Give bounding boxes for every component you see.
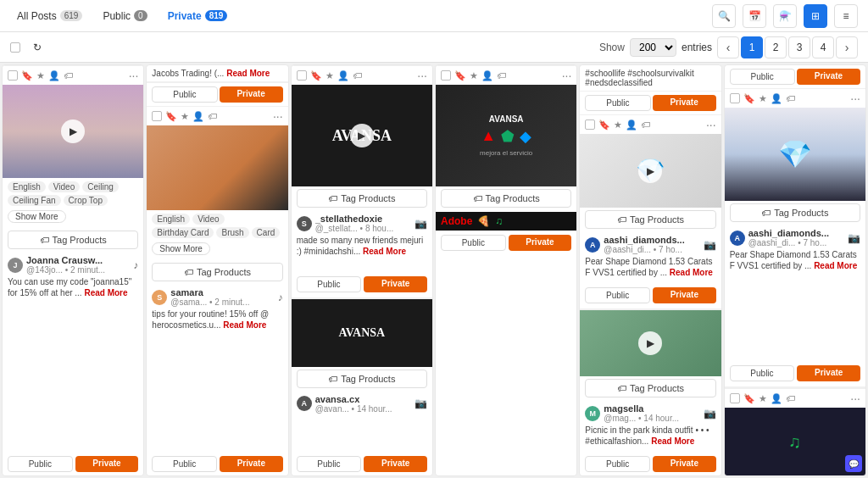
public-btn[interactable]: Public	[8, 456, 73, 472]
refresh-btn[interactable]: ↻	[25, 36, 49, 59]
tab-private[interactable]: Private 819	[161, 8, 235, 25]
search-icon-btn[interactable]: 🔍	[712, 4, 736, 28]
public-btn[interactable]: Public	[297, 276, 362, 292]
more-options-icon[interactable]: ···	[273, 109, 283, 123]
private-btn[interactable]: Private	[653, 456, 716, 472]
public-btn[interactable]: Public	[730, 365, 795, 381]
tag-products-btn[interactable]: 🏷 Tag Products	[152, 263, 282, 281]
star-icon[interactable]: ★	[759, 393, 767, 404]
play-button[interactable]: ▶	[350, 124, 374, 147]
tag-icon[interactable]: 🏷	[208, 111, 217, 121]
bookmark-icon[interactable]: 🔖	[454, 70, 466, 81]
play-button[interactable]: ▶	[638, 331, 662, 355]
star-icon[interactable]: ★	[326, 70, 334, 81]
card-4-checkbox[interactable]	[441, 70, 451, 81]
tag-products-btn[interactable]: 🏷 Tag Products	[585, 210, 715, 229]
person-icon[interactable]: 👤	[192, 111, 204, 122]
read-more-above[interactable]: Read More	[226, 69, 270, 78]
card-3-checkbox[interactable]	[297, 70, 307, 81]
public-btn[interactable]: Public	[585, 456, 650, 472]
person-icon[interactable]: 👤	[337, 70, 349, 81]
private-btn-top[interactable]: Private	[653, 95, 716, 111]
play-button[interactable]: ▶	[61, 119, 85, 143]
card-2-checkbox[interactable]	[152, 111, 162, 121]
tab-public[interactable]: Public 0	[96, 8, 153, 25]
read-more-link[interactable]: Read More	[84, 288, 127, 297]
tag-icon[interactable]: 🏷	[786, 93, 795, 103]
bookmark-icon[interactable]: 🔖	[21, 70, 33, 81]
more-options-icon[interactable]: ···	[417, 69, 427, 82]
public-btn-top[interactable]: Public	[585, 95, 650, 111]
person-icon[interactable]: 👤	[48, 70, 60, 81]
more-options-icon[interactable]: ···	[850, 392, 860, 405]
public-btn[interactable]: Public	[152, 456, 217, 472]
tag-icon[interactable]: 🏷	[497, 70, 506, 81]
private-btn[interactable]: Private	[364, 456, 427, 472]
list-view-btn[interactable]: ≡	[834, 4, 858, 28]
private-header-btn[interactable]: Private	[797, 69, 860, 85]
private-btn[interactable]: Private	[75, 456, 139, 472]
play-button[interactable]: ▶	[638, 159, 662, 183]
bookmark-icon[interactable]: 🔖	[743, 393, 755, 404]
card-6-checkbox[interactable]	[730, 93, 740, 103]
person-icon[interactable]: 👤	[626, 119, 637, 131]
private-btn[interactable]: Private	[653, 287, 716, 303]
public-btn[interactable]: Public	[585, 287, 650, 303]
page-2-btn[interactable]: 2	[765, 36, 787, 58]
private-btn[interactable]: Private	[220, 456, 283, 472]
private-btn[interactable]: Private	[364, 276, 427, 292]
prev-page-btn[interactable]: ‹	[717, 36, 739, 58]
next-page-btn[interactable]: ›	[836, 36, 858, 58]
page-3-btn[interactable]: 3	[788, 36, 810, 58]
read-more-link[interactable]: Read More	[814, 261, 857, 270]
private-btn[interactable]: Private	[797, 365, 860, 381]
bookmark-icon[interactable]: 🔖	[598, 119, 610, 131]
card-5-checkbox[interactable]	[585, 119, 595, 130]
read-more-link[interactable]: Read More	[651, 436, 694, 446]
star-icon[interactable]: ★	[614, 119, 622, 131]
tab-all-posts[interactable]: All Posts 619	[10, 8, 89, 25]
tag-icon[interactable]: 🏷	[641, 119, 650, 130]
more-options-icon[interactable]: ···	[706, 118, 716, 131]
person-icon[interactable]: 👤	[481, 70, 493, 81]
tag-icon[interactable]: 🏷	[353, 70, 362, 81]
calendar-icon-btn[interactable]: 📅	[743, 4, 766, 28]
more-options-icon[interactable]: ···	[850, 92, 860, 105]
public-btn[interactable]: Public	[297, 456, 362, 472]
private-btn-top[interactable]: Private	[220, 86, 283, 103]
star-icon[interactable]: ★	[759, 93, 767, 104]
more-options-icon[interactable]: ···	[129, 69, 139, 82]
show-more-btn[interactable]: Show More	[8, 210, 66, 223]
public-btn-top[interactable]: Public	[152, 86, 217, 103]
filter-icon-btn[interactable]: ⚗️	[773, 4, 797, 28]
select-all-checkbox[interactable]	[10, 42, 20, 53]
bookmark-icon[interactable]: 🔖	[310, 70, 322, 81]
tag-products-btn[interactable]: 🏷 Tag Products	[8, 231, 138, 249]
more-options-icon[interactable]: ···	[562, 69, 572, 82]
star-icon[interactable]: ★	[181, 111, 189, 122]
star-icon[interactable]: ★	[36, 70, 45, 81]
person-icon[interactable]: 👤	[771, 93, 782, 104]
tag-icon[interactable]: 🏷	[786, 393, 795, 403]
public-header-btn[interactable]: Public	[730, 69, 795, 85]
tag-products-btn-b[interactable]: 🏷 Tag Products	[585, 379, 715, 397]
read-more-link[interactable]: Read More	[223, 320, 266, 330]
person-icon[interactable]: 👤	[771, 393, 782, 404]
tag-icon[interactable]: 🏷	[64, 70, 73, 81]
bookmark-icon[interactable]: 🔖	[165, 111, 177, 122]
card-6b-checkbox[interactable]	[730, 393, 740, 403]
page-4-btn[interactable]: 4	[812, 36, 834, 58]
read-more-link[interactable]: Read More	[670, 268, 713, 277]
show-more-btn[interactable]: Show More	[152, 242, 210, 255]
tag-products-btn[interactable]: 🏷 Tag Products	[730, 203, 860, 222]
star-icon[interactable]: ★	[470, 70, 478, 81]
grid-view-btn[interactable]: ⊞	[804, 4, 827, 28]
bookmark-icon[interactable]: 🔖	[743, 93, 755, 104]
read-more-link[interactable]: Read More	[363, 247, 406, 256]
tag-products-btn[interactable]: 🏷 Tag Products	[297, 189, 427, 208]
tag-products-btn[interactable]: 🏷 Tag Products	[441, 189, 571, 208]
private-btn[interactable]: Private	[509, 235, 572, 251]
public-btn[interactable]: Public	[441, 235, 506, 251]
page-1-btn[interactable]: 1	[741, 36, 763, 58]
tag-products-btn-b[interactable]: 🏷 Tag Products	[297, 370, 427, 388]
